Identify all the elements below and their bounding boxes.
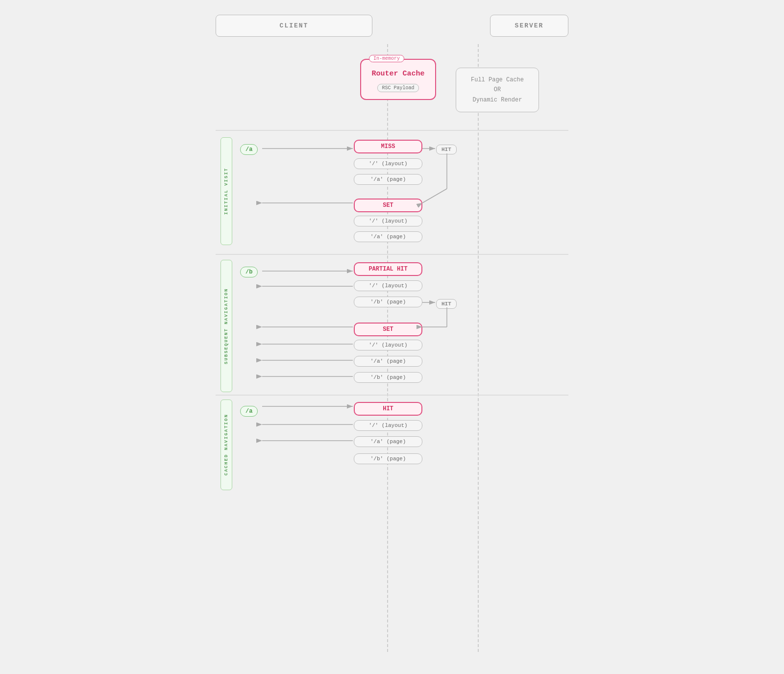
inmemory-badge: In-memory — [369, 55, 404, 62]
server-header: SERVER — [490, 15, 568, 37]
page-b-set-2: '/b' (page) — [354, 372, 422, 383]
full-page-cache-box: Full Page Cache OR Dynamic Render — [456, 68, 539, 112]
layout-partial-1: '/' (layout) — [354, 280, 422, 291]
server-label: SERVER — [515, 22, 544, 29]
section-cached-nav: CACHED NAVIGATION — [220, 399, 232, 490]
full-page-line3: Dynamic Render — [464, 95, 531, 105]
full-page-line1: Full Page Cache — [464, 75, 531, 85]
page-a-cached: '/a' (page) — [354, 436, 422, 447]
divider-3 — [216, 395, 568, 396]
route-a-cached: /a — [240, 406, 258, 417]
client-header: CLIENT — [216, 15, 372, 37]
set-box-1: SET — [354, 199, 422, 212]
rsc-badge: RSC Payload — [377, 84, 418, 92]
page-a-set-1: '/a' (page) — [354, 231, 422, 242]
hit-box-cached: HIT — [354, 402, 422, 416]
section-initial-visit: INITIAL VISIT — [220, 137, 232, 245]
divider-1 — [216, 130, 568, 131]
full-page-line2: OR — [464, 85, 531, 95]
diagram-container: CLIENT SERVER In-memory Router Cache RSC… — [216, 15, 568, 652]
hit-server-2: HIT — [436, 299, 457, 309]
page-a-gray-1: '/a' (page) — [354, 174, 422, 185]
section-subsequent-nav: SUBSEQUENT NAVIGATION — [220, 260, 232, 392]
layout-set-2: '/' (layout) — [354, 340, 422, 350]
set-box-2: SET — [354, 323, 422, 336]
page-b-cached: '/b' (page) — [354, 453, 422, 464]
router-cache-box: In-memory Router Cache RSC Payload — [360, 59, 436, 100]
initial-visit-label: INITIAL VISIT — [224, 168, 229, 215]
route-b: /b — [240, 267, 258, 277]
layout-gray-1: '/' (layout) — [354, 158, 422, 169]
cached-nav-label: CACHED NAVIGATION — [224, 414, 229, 476]
server-vline — [478, 44, 479, 652]
layout-gray-set-1: '/' (layout) — [354, 216, 422, 226]
partial-hit-box: PARTIAL HIT — [354, 262, 422, 276]
svg-line-5 — [422, 189, 447, 203]
divider-2 — [216, 254, 568, 255]
router-cache-title: Router Cache — [370, 70, 426, 78]
miss-box: MISS — [354, 140, 422, 153]
subsequent-nav-label: SUBSEQUENT NAVIGATION — [224, 288, 229, 364]
route-a-initial: /a — [240, 144, 258, 155]
layout-cached-1: '/' (layout) — [354, 420, 422, 431]
header-row: CLIENT SERVER — [216, 15, 568, 37]
client-label: CLIENT — [280, 22, 309, 29]
page-a-set-2: '/a' (page) — [354, 356, 422, 367]
page-b-partial: '/b' (page) — [354, 297, 422, 307]
hit-server-1: HIT — [436, 145, 457, 154]
